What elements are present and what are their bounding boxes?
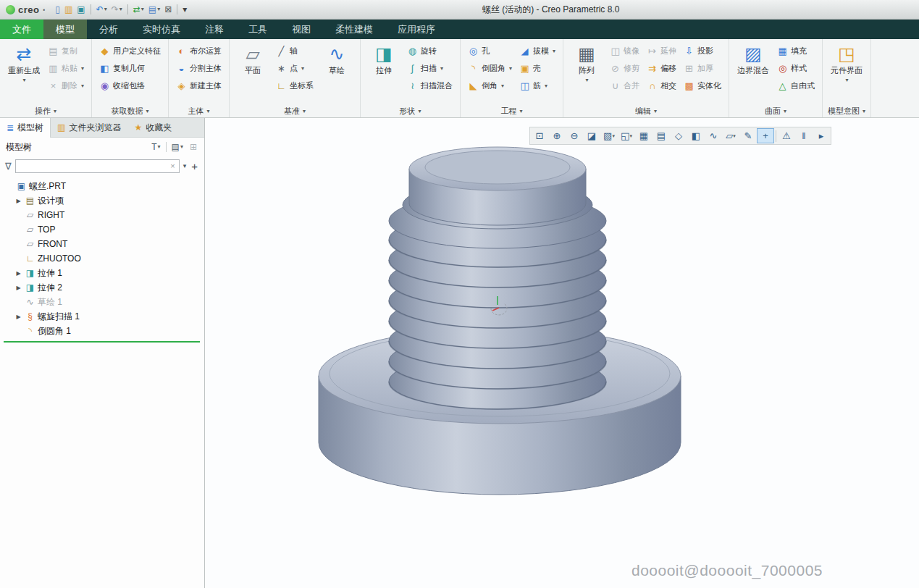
tab-tools[interactable]: 工具: [236, 20, 280, 39]
redo-button[interactable]: ↷▾: [110, 2, 124, 17]
customize-toolbar-button[interactable]: ▾: [181, 2, 188, 17]
chamfer-button[interactable]: ◣倒角▾: [466, 78, 514, 93]
tree-item-top[interactable]: ▱TOP: [1, 222, 203, 237]
tab-applications[interactable]: 应用程序: [385, 20, 448, 39]
screw-head[interactable]: [403, 147, 592, 229]
annotation-display-button[interactable]: ✎: [739, 128, 757, 143]
expand-arrow-icon[interactable]: ▶: [14, 314, 22, 320]
merge-button[interactable]: ∪合并: [608, 78, 642, 93]
style-button[interactable]: ◎样式: [775, 61, 817, 76]
expand-arrow-icon[interactable]: ▶: [14, 270, 22, 277]
group-engineering-label[interactable]: 工程▾: [462, 105, 561, 117]
boolean-operations-button[interactable]: ◐布尔运算: [174, 43, 224, 59]
tab-annotate[interactable]: 注释: [193, 20, 236, 39]
group-operations-label[interactable]: 操作▾: [1, 105, 90, 117]
undo-button[interactable]: ↶▾: [95, 2, 109, 17]
shrinkwrap-button[interactable]: ◉收缩包络: [97, 78, 163, 93]
tree-item-extrude-1[interactable]: ▶◨拉伸 1: [1, 266, 203, 280]
perspective-button[interactable]: ◇: [670, 128, 687, 143]
zoom-in-button[interactable]: ⊕: [548, 128, 566, 143]
solidify-button[interactable]: ▩实体化: [681, 78, 723, 93]
tab-file[interactable]: 文件: [0, 20, 43, 39]
group-shapes-label[interactable]: 形状▾: [362, 105, 458, 117]
refit-button[interactable]: ⊡: [531, 128, 548, 143]
saved-orientations-button[interactable]: ◱▾: [618, 128, 635, 143]
revolve-button[interactable]: ◍旋转: [405, 43, 455, 59]
rib-button[interactable]: ◫筋▾: [517, 78, 558, 93]
tree-item-zhuotoo[interactable]: ∟ZHUOTOO: [1, 251, 203, 266]
point-button[interactable]: ∗点▾: [274, 61, 316, 76]
pause-button[interactable]: ‖: [795, 128, 813, 143]
plane-button[interactable]: ▱平面: [235, 41, 271, 105]
intersect-button[interactable]: ∩相交: [645, 78, 679, 93]
project-button[interactable]: ⇩投影: [681, 43, 723, 59]
mirror-button[interactable]: ◫镜像: [608, 43, 642, 59]
boundary-blend-button[interactable]: ▨边界混合: [734, 41, 772, 105]
nav-tab-folder-browser[interactable]: ▥文件夹浏览器: [51, 118, 127, 137]
copy-button[interactable]: ▤复制: [46, 43, 86, 59]
tab-live-simulation[interactable]: 实时仿真: [130, 20, 193, 39]
pattern-button[interactable]: ▦阵列▾: [568, 41, 605, 105]
regenerate-button[interactable]: ⇄重新生成▾: [5, 41, 43, 105]
section-button[interactable]: ◧: [687, 128, 705, 143]
sketch-big-button[interactable]: ∿草绘: [319, 41, 355, 105]
realtime-render-button[interactable]: ▸: [813, 128, 830, 143]
split-body-button[interactable]: ◒分割主体: [174, 61, 224, 76]
tree-item-round-1[interactable]: ◝倒圆角 1: [1, 324, 203, 338]
nav-tab-model-tree[interactable]: ≣模型树: [0, 118, 51, 138]
tree-item-extrude-2[interactable]: ▶◨拉伸 2: [1, 280, 203, 295]
tree-item-design-items[interactable]: ▶▤设计项: [1, 193, 203, 208]
open-file-button[interactable]: ▥: [63, 2, 74, 17]
new-file-button[interactable]: ▯: [54, 2, 62, 17]
delete-button[interactable]: ×删除▾: [46, 78, 86, 93]
tab-view[interactable]: 视图: [280, 20, 323, 39]
save-button[interactable]: ▣: [75, 2, 86, 17]
zoom-out-button[interactable]: ⊖: [566, 128, 583, 143]
extend-button[interactable]: ↦延伸: [645, 43, 679, 59]
axis-button[interactable]: ╱轴: [274, 43, 316, 59]
tree-item-front[interactable]: ▱FRONT: [1, 237, 203, 251]
nav-tab-favorites[interactable]: ★收藏夹: [127, 118, 178, 137]
tree-item-sketch-1[interactable]: ∿草绘 1: [1, 295, 203, 309]
expand-arrow-icon[interactable]: ▶: [14, 285, 22, 291]
tab-analysis[interactable]: 分析: [87, 20, 130, 39]
hole-button[interactable]: ◎孔: [466, 43, 514, 59]
coordinate-system-button[interactable]: ∟坐标系: [274, 78, 316, 93]
group-editing-label[interactable]: 编辑▾: [565, 105, 727, 117]
new-body-button[interactable]: ◈新建主体: [174, 78, 224, 93]
component-interface-button[interactable]: ◳元件界面▾: [828, 41, 865, 105]
copy-geometry-button[interactable]: ◧复制几何: [97, 61, 163, 76]
search-add-button[interactable]: +: [190, 160, 199, 172]
tree-settings-button[interactable]: ▤▾: [170, 142, 185, 152]
trim-button[interactable]: ⊘修剪: [608, 61, 642, 76]
display-style-button[interactable]: ▧▾: [600, 128, 618, 143]
group-body-label[interactable]: 主体▾: [170, 105, 227, 117]
analysis-warning-button[interactable]: ⚠: [778, 128, 795, 143]
close-window-button[interactable]: ⊠: [163, 2, 173, 17]
extrude-button[interactable]: ◨拉伸: [366, 41, 402, 105]
tab-model[interactable]: 模型: [43, 20, 87, 39]
freestyle-button[interactable]: △自由式: [775, 78, 817, 93]
search-options-dropdown-icon[interactable]: ▾: [183, 162, 187, 169]
window-settings-button[interactable]: ▤▾: [147, 2, 161, 17]
spin-center-button[interactable]: +: [757, 128, 774, 143]
tree-filter-button[interactable]: T▾: [150, 142, 161, 152]
show-images-button[interactable]: ▤: [652, 128, 670, 143]
group-get-data-label[interactable]: 获取数据▾: [93, 105, 167, 117]
view-manager-button[interactable]: ▦: [635, 128, 652, 143]
repaint-button[interactable]: ◪: [583, 128, 600, 143]
group-model-intent-label[interactable]: 模型意图▾: [824, 105, 869, 117]
thicken-button[interactable]: ⊞加厚: [681, 61, 723, 76]
group-surfaces-label[interactable]: 曲面▾: [731, 105, 821, 117]
tab-flexible-modeling[interactable]: 柔性建模: [323, 20, 385, 39]
group-datum-label[interactable]: 基准▾: [231, 105, 358, 117]
sweep-button[interactable]: ∫扫描▾: [405, 61, 455, 76]
round-button[interactable]: ◝倒圆角▾: [466, 61, 514, 76]
tree-item-right[interactable]: ▱RIGHT: [1, 208, 203, 222]
draft-button[interactable]: ◢拔模▾: [517, 43, 558, 59]
expand-arrow-icon[interactable]: ▶: [14, 198, 22, 204]
tree-item-helical-sweep-1[interactable]: ▶§螺旋扫描 1: [1, 309, 203, 324]
regenerate-quick-button[interactable]: ⇄▾: [132, 2, 146, 17]
shell-button[interactable]: ▣壳: [517, 61, 558, 76]
sketch-display-button[interactable]: ∿: [705, 128, 722, 143]
